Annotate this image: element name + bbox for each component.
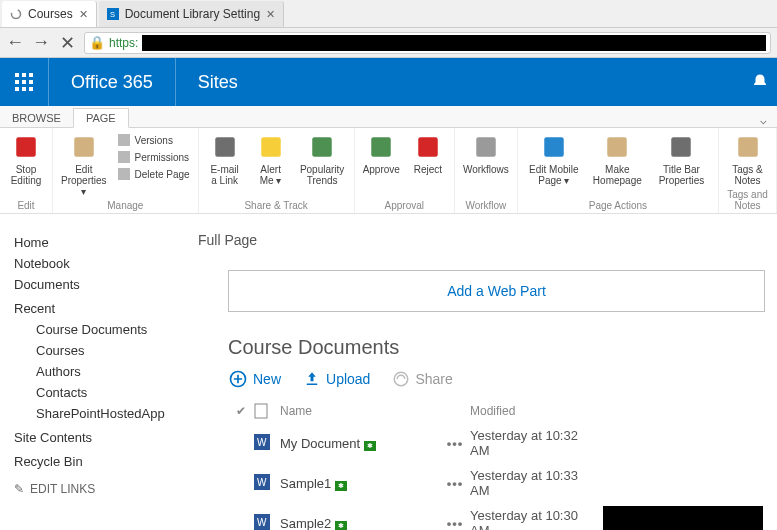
svg-rect-8 — [29, 80, 33, 84]
nav-item-recent[interactable]: SharePointHostedApp — [14, 403, 180, 424]
reload-button[interactable]: ✕ — [58, 34, 76, 52]
nav-item-recent[interactable]: Courses — [14, 340, 180, 361]
ribbon-group: ApproveRejectApproval — [355, 128, 455, 213]
new-label: New — [253, 371, 281, 387]
ribbon-button[interactable]: Title Bar Properties — [649, 130, 714, 188]
list-header-row: ✔ Name Modified — [228, 399, 728, 423]
add-webpart-label: Add a Web Part — [447, 283, 546, 299]
nav-item-recent[interactable]: Contacts — [14, 382, 180, 403]
suite-bar: Office 365 Sites — [0, 58, 777, 106]
header-modified[interactable]: Modified — [470, 404, 600, 418]
svg-rect-14 — [118, 134, 130, 146]
ribbon-button[interactable]: Approve — [359, 130, 404, 177]
browser-tab-inactive[interactable]: S Document Library Setting ✕ — [99, 1, 284, 27]
word-doc-icon: W — [254, 474, 280, 493]
address-field[interactable]: 🔒 https: — [84, 32, 771, 54]
ribbon-button[interactable]: Workflows — [459, 130, 513, 177]
ribbon-button-label: Title Bar Properties — [653, 164, 710, 186]
permissions-icon — [117, 150, 131, 164]
ribbon-collapse-icon[interactable]: ⌵ — [760, 114, 777, 127]
add-webpart-button[interactable]: Add a Web Part — [228, 270, 765, 312]
url-protocol: https: — [109, 36, 138, 50]
ribbon-icon — [258, 132, 284, 162]
ribbon-button-label: Popularity Trends — [299, 164, 346, 186]
ribbon-group-label: Page Actions — [522, 199, 714, 213]
item-menu-button[interactable]: ••• — [440, 476, 470, 491]
tab-page[interactable]: PAGE — [73, 108, 129, 128]
ribbon-button-label: Tags & Notes — [727, 164, 768, 186]
ribbon-button-small[interactable]: Versions — [115, 132, 192, 148]
nav-item[interactable]: Documents — [14, 274, 180, 295]
edit-links-button[interactable]: ✎ EDIT LINKS — [14, 472, 180, 496]
close-icon[interactable]: ✕ — [79, 8, 88, 21]
svg-rect-19 — [312, 137, 332, 157]
tab-browse[interactable]: BROWSE — [0, 109, 73, 127]
nav-item[interactable]: Recycle Bin — [14, 448, 180, 472]
ribbon-button[interactable]: Make Homepage — [588, 130, 647, 188]
list-item[interactable]: WMy Document✱•••Yesterday at 10:32 AM — [228, 423, 728, 463]
suite-app[interactable]: Sites — [176, 58, 260, 106]
svg-rect-10 — [22, 87, 26, 91]
svg-rect-18 — [261, 137, 281, 157]
header-name[interactable]: Name — [280, 404, 440, 418]
nav-item-recent[interactable]: Course Documents — [14, 319, 180, 340]
close-icon[interactable]: ✕ — [266, 8, 275, 21]
ribbon-button[interactable]: Reject — [406, 130, 450, 177]
ribbon-button-label: Alert Me ▾ — [253, 164, 289, 186]
ribbon-button[interactable]: Edit Properties ▾ — [57, 130, 111, 199]
new-badge-icon: ✱ — [335, 521, 347, 531]
svg-rect-25 — [672, 137, 692, 157]
forward-button[interactable]: → — [32, 34, 50, 52]
ribbon-group: Tags & NotesTags and Notes — [719, 128, 777, 213]
new-button[interactable]: New — [228, 369, 281, 389]
app-launcher-button[interactable] — [0, 58, 48, 106]
nav-item[interactable]: Site Contents — [14, 424, 180, 448]
svg-rect-9 — [15, 87, 19, 91]
ribbon-icon — [735, 132, 761, 162]
item-menu-button[interactable]: ••• — [440, 516, 470, 531]
modified-date: Yesterday at 10:30 AM — [470, 508, 600, 530]
page-body: HomeNotebookDocuments Recent Course Docu… — [0, 214, 777, 530]
file-name[interactable]: My Document✱ — [280, 436, 440, 451]
upload-button[interactable]: Upload — [303, 370, 370, 388]
list-item[interactable]: WSample1✱•••Yesterday at 10:33 AM — [228, 463, 728, 503]
nav-item-recent[interactable]: Authors — [14, 361, 180, 382]
notifications-icon[interactable] — [751, 73, 769, 91]
svg-rect-5 — [29, 73, 33, 77]
select-all-checkbox[interactable]: ✔ — [228, 404, 254, 418]
url-redacted — [142, 35, 766, 51]
ribbon-button-label: Permissions — [135, 152, 189, 163]
share-button[interactable]: Share — [392, 370, 452, 388]
ribbon-icon — [473, 132, 499, 162]
ribbon-button[interactable]: Edit Mobile Page ▾ — [522, 130, 586, 188]
ribbon-button[interactable]: Stop Editing — [4, 130, 48, 188]
ribbon-button[interactable]: Popularity Trends — [295, 130, 350, 188]
browser-tab-title: Document Library Setting — [125, 7, 260, 21]
upload-label: Upload — [326, 371, 370, 387]
header-type-icon[interactable] — [254, 403, 280, 419]
ribbon-button[interactable]: Tags & Notes — [723, 130, 772, 188]
nav-item[interactable]: Notebook — [14, 253, 180, 274]
svg-rect-26 — [738, 137, 758, 157]
svg-rect-7 — [22, 80, 26, 84]
svg-text:W: W — [257, 477, 267, 488]
suite-brand[interactable]: Office 365 — [49, 58, 175, 106]
ribbon-button-label: Stop Editing — [8, 164, 44, 186]
file-name[interactable]: Sample2✱ — [280, 516, 440, 531]
left-nav: HomeNotebookDocuments Recent Course Docu… — [0, 214, 180, 530]
ribbon-icon — [415, 132, 441, 162]
nav-item[interactable]: Home — [14, 232, 180, 253]
doclib-toolbar: New Upload Share — [228, 369, 765, 389]
ribbon-button[interactable]: Alert Me ▾ — [249, 130, 293, 188]
ribbon-button-label: Delete Page — [135, 169, 190, 180]
ribbon-button[interactable]: E-mail a Link — [203, 130, 247, 188]
ribbon-button-small[interactable]: Delete Page — [115, 166, 192, 182]
file-name[interactable]: Sample1✱ — [280, 476, 440, 491]
browser-tab-active[interactable]: Courses ✕ — [2, 1, 97, 27]
ribbon-button-small[interactable]: Permissions — [115, 149, 192, 165]
back-button[interactable]: ← — [6, 34, 24, 52]
ribbon-icon — [541, 132, 567, 162]
item-menu-button[interactable]: ••• — [440, 436, 470, 451]
svg-text:W: W — [257, 517, 267, 528]
browser-tab-title: Courses — [28, 7, 73, 21]
